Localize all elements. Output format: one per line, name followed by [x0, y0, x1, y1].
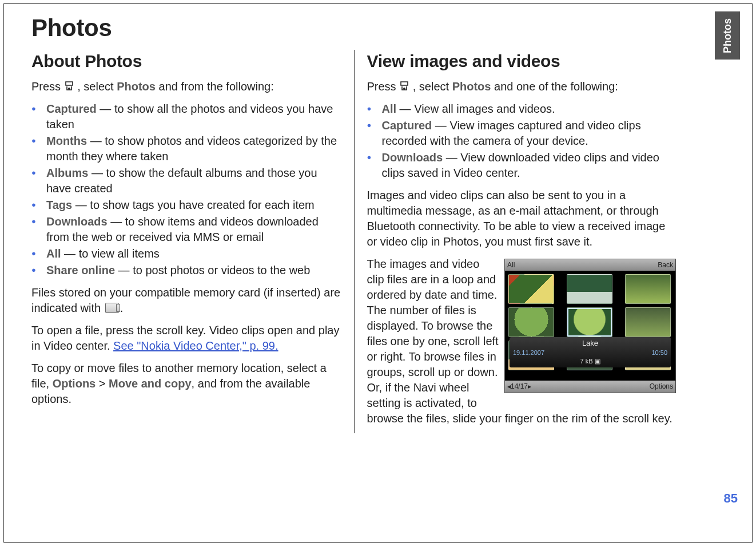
term-downloads: Downloads — [46, 215, 108, 228]
thumbnail — [625, 274, 671, 304]
term-move-and-copy: Move and copy — [109, 377, 191, 390]
list-item: Share online — to post photos or videos … — [31, 263, 343, 278]
term-all: All — [46, 247, 61, 260]
right-intro: Press , select Photos and one of the fol… — [367, 79, 677, 94]
svg-point-0 — [68, 88, 70, 90]
screenshot-header-left: All — [507, 260, 515, 270]
left-open-file: To open a file, press the scroll key. Vi… — [31, 323, 343, 354]
thumbnail — [625, 307, 671, 337]
thumbnail — [508, 307, 554, 337]
list-item: Downloads — to show items and videos dow… — [31, 214, 343, 245]
left-copy-move: To copy or move files to another memory … — [31, 361, 343, 407]
list-item: Captured — View images captured and vide… — [367, 118, 677, 149]
list-item: Months — to show photos and videos categ… — [31, 133, 343, 164]
term-captured: Captured — [46, 102, 97, 115]
right-heading: View images and videos — [367, 50, 677, 73]
caption-size: 7 kB — [580, 358, 592, 365]
list-item: All — to view all items — [31, 246, 343, 262]
list-item: Tags — to show tags you have created for… — [31, 197, 343, 213]
left-list: Captured — to show all the photos and vi… — [31, 101, 343, 278]
term-options: Options — [53, 377, 96, 390]
footer-counter: ◂14/17▸ — [507, 382, 531, 391]
side-tab-label: Photos — [722, 18, 734, 53]
screenshot-caption: Lake 19.11.2007 10:50 7 kB ▣ — [510, 337, 671, 367]
list-item: All — View all images and videos. — [367, 101, 677, 117]
right-p2: Images and video clips can also be sent … — [367, 188, 677, 250]
memory-card-icon — [105, 303, 119, 313]
columns: About Photos Press , select Photos and f… — [31, 50, 676, 433]
thumbnail-selected — [567, 307, 612, 337]
svg-point-1 — [403, 88, 405, 90]
term-share-online: Share online — [46, 264, 115, 276]
term-downloads: Downloads — [382, 151, 443, 164]
column-left: About Photos Press , select Photos and f… — [31, 50, 354, 433]
list-item: Albums — to show the default albums and … — [31, 165, 343, 196]
thumbnail — [567, 274, 612, 304]
list-item: Captured — to show all the photos and vi… — [31, 101, 343, 132]
left-memory-card: Files stored on your compatible memory c… — [31, 285, 343, 316]
screenshot-header: All Back — [505, 259, 675, 271]
menu-key-icon — [64, 81, 74, 92]
right-list: All — View all images and videos. Captur… — [367, 101, 677, 181]
side-tab-photos: Photos — [715, 11, 740, 60]
page-number: 85 — [724, 491, 738, 506]
term-all: All — [382, 102, 397, 115]
term-photos: Photos — [452, 80, 491, 93]
thumbnail — [508, 274, 554, 304]
left-intro: Press , select Photos and from the follo… — [31, 79, 343, 94]
term-photos: Photos — [117, 80, 156, 93]
caption-date: 19.11.2007 — [513, 349, 544, 357]
page-content: Photos About Photos Press , select Photo… — [31, 14, 676, 523]
caption-title: Lake — [513, 338, 667, 349]
term-months: Months — [46, 134, 87, 147]
page-title: Photos — [31, 14, 676, 42]
link-video-center[interactable]: See "Nokia Video Center," p. 99. — [113, 339, 278, 352]
caption-time: 10:50 — [651, 349, 667, 357]
menu-key-icon — [399, 81, 409, 92]
list-item: Downloads — View downloaded video clips … — [367, 150, 677, 181]
term-tags: Tags — [46, 199, 72, 211]
column-right: View images and videos Press , select Ph… — [354, 50, 677, 433]
device-screenshot: All Back Lake 19.11.20 — [504, 259, 676, 393]
left-heading: About Photos — [31, 50, 343, 73]
term-captured: Captured — [382, 119, 432, 132]
screenshot-footer: ◂14/17▸ Options — [505, 381, 675, 392]
screenshot-header-right: Back — [658, 260, 673, 270]
camera-icon: ▣ — [595, 358, 600, 365]
footer-options: Options — [650, 382, 673, 391]
term-albums: Albums — [46, 167, 88, 179]
